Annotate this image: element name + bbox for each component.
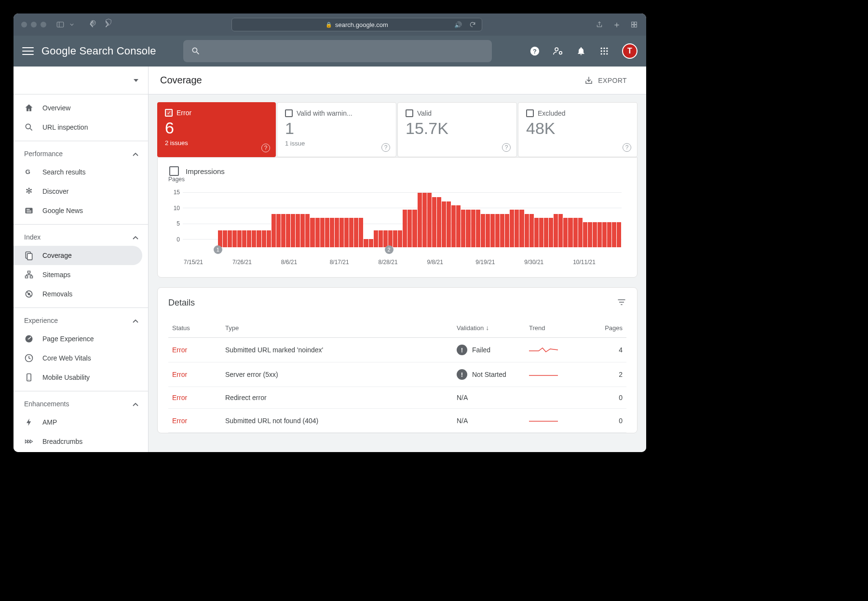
col-status[interactable]: Status — [168, 318, 221, 338]
chart-bar[interactable] — [568, 218, 572, 247]
chart-bar[interactable] — [286, 214, 290, 247]
chart-bar[interactable] — [573, 218, 578, 247]
sidebar-item-sitemaps[interactable]: Sitemaps — [14, 265, 142, 284]
chart-bar[interactable] — [617, 222, 621, 247]
chart-bar[interactable] — [519, 210, 524, 247]
chart-bar[interactable] — [388, 230, 393, 247]
chart-bar[interactable] — [486, 214, 490, 247]
chart-bar[interactable] — [379, 230, 383, 247]
chart-bar[interactable] — [471, 210, 475, 247]
volume-icon[interactable]: 🔊 — [454, 20, 462, 29]
chart-bar[interactable] — [339, 218, 344, 247]
chart-bar[interactable] — [418, 193, 422, 247]
chart-bar[interactable] — [442, 201, 446, 247]
chart-bar[interactable] — [315, 218, 320, 247]
address-bar[interactable]: 🔒 search.google.com 🔊 — [231, 18, 482, 31]
chart-bar[interactable] — [271, 214, 276, 247]
chart-bar[interactable] — [383, 230, 388, 247]
chart-bar[interactable] — [588, 222, 592, 247]
sidebar-item-discover[interactable]: ✻Discover — [14, 182, 142, 201]
chart-bar[interactable] — [578, 218, 583, 247]
chart-bar[interactable] — [563, 218, 568, 247]
chart-bar[interactable] — [602, 222, 607, 247]
chart-bar[interactable] — [335, 218, 339, 247]
close-window-icon[interactable] — [21, 22, 27, 27]
chart-bar[interactable] — [607, 222, 611, 247]
chart-bar[interactable] — [369, 239, 373, 247]
export-button[interactable]: EXPORT — [577, 72, 635, 89]
chart-bar[interactable] — [505, 214, 509, 247]
sidebar-toggle-icon[interactable] — [56, 20, 65, 29]
chart-bar[interactable] — [403, 210, 407, 247]
help-icon[interactable]: ? — [502, 143, 511, 152]
reload-icon[interactable] — [468, 20, 477, 29]
help-icon[interactable]: ? — [261, 144, 270, 152]
chart-bar[interactable] — [257, 230, 261, 247]
chart-bar[interactable] — [510, 210, 514, 247]
sidebar-item-removals[interactable]: Removals — [14, 284, 142, 304]
chart-bar[interactable] — [223, 230, 227, 247]
table-row[interactable]: ErrorRedirect errorN/A0 — [168, 387, 626, 409]
property-selector[interactable] — [14, 67, 148, 94]
chart-bar[interactable] — [432, 197, 436, 247]
sidebar-heading-enhancements[interactable]: Enhancements — [14, 395, 148, 413]
menu-button[interactable] — [22, 45, 34, 57]
sidebar-heading-experience[interactable]: Experience — [14, 312, 148, 329]
chart-bar[interactable] — [320, 218, 325, 247]
chart-bar[interactable] — [276, 214, 281, 247]
chart-bar[interactable] — [461, 210, 465, 247]
chart-bar[interactable] — [593, 222, 597, 247]
col-validation[interactable]: Validation↓ — [453, 318, 525, 338]
chart-bar[interactable] — [500, 214, 504, 247]
tabs-overview-icon[interactable] — [630, 20, 638, 29]
chart-bar[interactable] — [374, 230, 378, 247]
chart-bar[interactable] — [364, 239, 368, 247]
chart-bar[interactable] — [398, 230, 402, 247]
chart-bar[interactable] — [296, 214, 300, 247]
help-icon[interactable]: ? — [381, 143, 390, 152]
chart-bar[interactable] — [262, 230, 266, 247]
chart-bar[interactable] — [359, 218, 363, 247]
chart-bar[interactable] — [267, 230, 271, 247]
chart-bar[interactable] — [422, 193, 427, 247]
chart-bar[interactable] — [232, 230, 237, 247]
help-icon[interactable]: ? — [623, 143, 631, 152]
chart-bar[interactable] — [515, 210, 519, 247]
chart-bar[interactable] — [612, 222, 616, 247]
sidebar-heading-performance[interactable]: Performance — [14, 145, 148, 162]
chart-bar[interactable] — [354, 218, 358, 247]
chart-bar[interactable] — [534, 218, 539, 247]
chart-bar[interactable] — [558, 214, 563, 247]
chart-bar[interactable] — [242, 230, 246, 247]
chart-bar[interactable] — [495, 214, 500, 247]
sidebar-item-mobile-usability[interactable]: Mobile Usability — [14, 368, 142, 387]
minimize-window-icon[interactable] — [31, 22, 37, 27]
chevron-down-icon[interactable] — [68, 20, 76, 29]
chart-bar[interactable] — [305, 214, 310, 247]
col-type[interactable]: Type — [221, 318, 453, 338]
privacy-report-icon[interactable]: ◎ — [89, 18, 97, 27]
sidebar-item-page-experience[interactable]: +Page Experience — [14, 329, 142, 348]
chart-bar[interactable] — [427, 193, 432, 247]
chart-bar[interactable] — [252, 230, 256, 247]
chart-bar[interactable] — [349, 218, 353, 247]
help-icon[interactable]: ? — [529, 46, 540, 56]
chart-bar[interactable] — [525, 214, 529, 247]
chart-bar[interactable] — [549, 218, 553, 247]
chart-bar[interactable] — [539, 218, 543, 247]
sidebar-item-coverage[interactable]: Coverage — [14, 246, 142, 265]
impressions-toggle[interactable]: Impressions — [168, 165, 626, 181]
chart-bar[interactable] — [456, 205, 461, 247]
table-row[interactable]: ErrorSubmitted URL not found (404)N/A0 — [168, 409, 626, 433]
chart-bar[interactable] — [407, 210, 412, 247]
chart-bar[interactable] — [544, 218, 548, 247]
sidebar-item-url-inspection[interactable]: URL inspection — [14, 118, 142, 137]
chart-bar[interactable] — [237, 230, 242, 247]
chart-bar[interactable] — [247, 230, 251, 247]
chart-bar[interactable] — [529, 214, 534, 247]
chart-bar[interactable] — [281, 214, 285, 247]
chart-bar[interactable] — [218, 230, 222, 247]
filter-button[interactable] — [617, 297, 626, 308]
sidebar-heading-index[interactable]: Index — [14, 228, 148, 246]
chart-marker[interactable]: 1 — [214, 245, 222, 254]
